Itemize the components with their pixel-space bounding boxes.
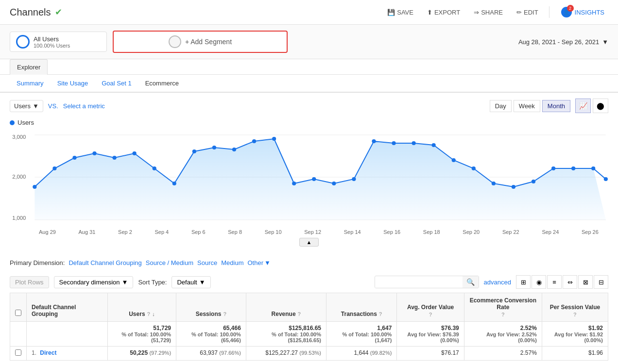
week-button[interactable]: Week <box>514 100 540 112</box>
save-button[interactable]: 💾 SAVE <box>384 7 416 18</box>
day-button[interactable]: Day <box>490 100 512 112</box>
insights-icon: 👤 2 <box>561 7 572 17</box>
medium-link[interactable]: Medium <box>221 259 243 266</box>
svg-text:1,000: 1,000 <box>12 215 26 221</box>
export-icon: ⬆ <box>427 9 432 16</box>
compare-view-button[interactable]: ⇔ <box>563 275 577 289</box>
svg-point-29 <box>492 182 496 185</box>
row-revenue-cell: $125,227.27 (99.53%) <box>246 347 326 361</box>
chart-legend: Users <box>10 119 608 126</box>
col-header-conversion-rate: Ecommerce Conversion Rate ? <box>464 293 542 322</box>
segment-name: All Users <box>34 35 70 43</box>
tab-ecommerce[interactable]: Ecommerce <box>138 75 186 93</box>
add-segment-button[interactable]: + Add Segment <box>113 31 288 53</box>
users-sort-icon[interactable]: ↓ <box>152 311 155 317</box>
revenue-info-icon: ? <box>298 311 301 317</box>
chart-wrapper: 3,000 2,000 1,000 <box>10 130 608 227</box>
chevron-down-icon: ▼ <box>602 38 608 46</box>
month-button[interactable]: Month <box>542 100 570 112</box>
default-channel-grouping-link[interactable]: Default Channel Grouping <box>69 259 141 266</box>
pivot-view-button[interactable]: ⊠ <box>578 275 593 289</box>
sort-dropdown[interactable]: Default ▼ <box>172 276 210 288</box>
totals-users-cell: 51,729 % of Total: 100.00% (51,729) <box>107 322 176 347</box>
legend-label: Users <box>17 119 34 126</box>
transactions-info-icon: ? <box>379 311 382 317</box>
pie-view-button[interactable]: ◉ <box>532 275 546 289</box>
sub-tabs: Summary Site Usage Goal Set 1 Ecommerce <box>0 75 618 93</box>
pie-chart-button[interactable]: ⬤ <box>593 99 608 113</box>
tab-site-usage[interactable]: Site Usage <box>51 75 95 93</box>
col-header-sessions: Sessions ? <box>176 293 246 322</box>
tab-explorer[interactable]: Explorer <box>10 59 48 75</box>
chevron-down-icon: ▼ <box>122 279 128 286</box>
totals-revenue-cell: $125,816.65 % of Total: 100.00% ($125,81… <box>246 322 326 347</box>
bar-view-button[interactable]: ≡ <box>547 275 562 289</box>
table-container: Default Channel Grouping Users ? ↓ Sessi… <box>0 293 618 361</box>
all-users-segment: All Users 100.00% Users <box>10 32 107 52</box>
col-header-revenue: Revenue ? <box>246 293 326 322</box>
svg-point-6 <box>33 185 36 189</box>
select-metric-link[interactable]: Select a metric <box>63 102 105 110</box>
row-checkbox-cell[interactable] <box>10 347 27 361</box>
verified-icon: ✔ <box>55 7 62 17</box>
save-icon: 💾 <box>387 9 395 16</box>
svg-point-21 <box>332 182 336 185</box>
line-chart-button[interactable]: 📈 <box>575 99 591 113</box>
export-button[interactable]: ⬆ EXPORT <box>424 7 463 18</box>
edit-icon: ✏ <box>516 9 522 16</box>
search-button[interactable]: 🔍 <box>463 276 479 288</box>
edit-button[interactable]: ✏ EDIT <box>514 7 541 18</box>
search-input[interactable] <box>375 277 463 288</box>
svg-point-22 <box>352 177 356 181</box>
segment-bar: All Users 100.00% Users + Add Segment Au… <box>0 25 618 59</box>
row-conversion-cell: 2.57% <box>464 347 542 361</box>
svg-point-11 <box>133 151 137 155</box>
per-session-info-icon: ? <box>573 312 577 317</box>
channel-link[interactable]: Direct <box>40 349 56 356</box>
source-link[interactable]: Source <box>197 259 217 266</box>
svg-point-10 <box>112 156 116 160</box>
plot-rows-button[interactable]: Plot Rows <box>10 276 49 288</box>
tab-summary[interactable]: Summary <box>10 75 51 93</box>
totals-row: 51,729 % of Total: 100.00% (51,729) 65,4… <box>10 322 608 347</box>
date-range-picker[interactable]: Aug 28, 2021 - Sep 26, 2021 ▼ <box>518 38 608 46</box>
svg-point-13 <box>172 182 176 185</box>
x-axis-labels: Aug 29 Aug 31 Sep 2 Sep 4 Sep 6 Sep 8 Se… <box>10 227 608 235</box>
other-dropdown[interactable]: Other ▼ <box>247 259 270 266</box>
svg-point-18 <box>272 137 276 141</box>
vs-label: VS. <box>48 102 58 110</box>
svg-point-20 <box>312 177 316 181</box>
secondary-dimension-button[interactable]: Secondary dimension ▼ <box>54 276 134 288</box>
primary-dimension-label: Primary Dimension: <box>10 259 65 266</box>
source-medium-link[interactable]: Source / Medium <box>146 259 193 266</box>
tab-goal-set-1[interactable]: Goal Set 1 <box>95 75 138 93</box>
svg-point-31 <box>532 180 535 183</box>
svg-point-25 <box>412 141 415 145</box>
svg-point-16 <box>232 148 236 151</box>
table-row: 1. Direct 50,225 (97.29%) 63,937 (97.66%… <box>10 347 608 361</box>
collapse-chart-button[interactable]: ▲ <box>299 238 319 247</box>
table-view-button[interactable]: ⊟ <box>594 275 608 289</box>
conversion-info-icon: ? <box>501 312 505 317</box>
line-chart-icon: 📈 <box>579 102 587 110</box>
totals-per-session-cell: $1.92 Avg for View: $1.92 (0.00%) <box>542 322 608 347</box>
svg-point-23 <box>372 139 376 143</box>
totals-label-cell <box>27 322 108 347</box>
svg-point-14 <box>192 149 196 153</box>
svg-point-8 <box>72 156 76 160</box>
row-sessions-cell: 63,937 (97.66%) <box>176 347 246 361</box>
share-button[interactable]: ⇒ SHARE <box>471 7 506 18</box>
metric-dropdown[interactable]: Users ▼ <box>10 100 43 112</box>
row-per-session-cell: $1.96 <box>542 347 608 361</box>
insights-button[interactable]: 👤 2 INSIGHTS <box>557 5 608 19</box>
chart-area: Users 3,000 2,000 1,000 <box>0 119 618 254</box>
chart-type-buttons: 📈 ⬤ <box>575 99 608 113</box>
users-info-icon: ? <box>147 311 151 317</box>
select-all-checkbox[interactable] <box>10 293 27 322</box>
grid-view-button[interactable]: ⊞ <box>516 275 531 289</box>
legend-dot <box>10 120 15 125</box>
advanced-link[interactable]: advanced <box>484 279 511 286</box>
totals-avg-order-cell: $76.39 Avg for View: $76.39 (0.00%) <box>397 322 464 347</box>
segment-percentage: 100.00% Users <box>34 43 70 49</box>
data-table: Default Channel Grouping Users ? ↓ Sessi… <box>10 293 608 361</box>
